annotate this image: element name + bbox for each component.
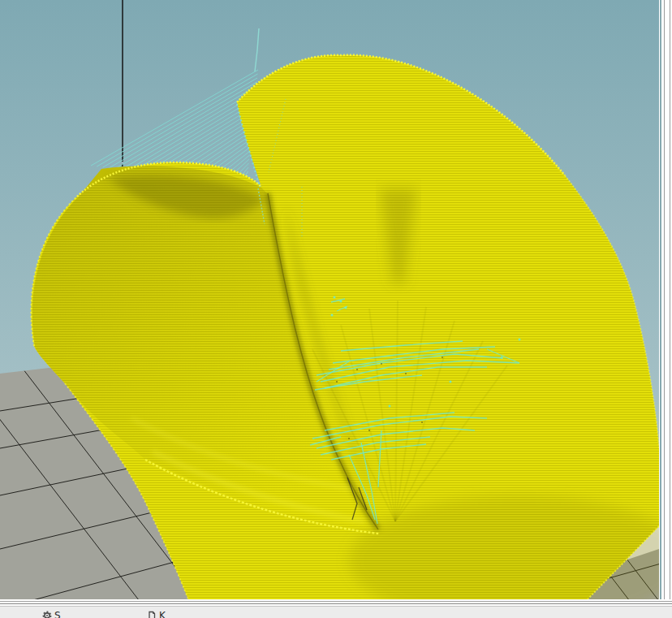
window-right-margin bbox=[659, 0, 672, 606]
statusbar-button-2[interactable]: K bbox=[147, 611, 166, 618]
app-window: S K bbox=[0, 0, 672, 618]
margin-hairline-2 bbox=[670, 0, 670, 606]
statusbar-button-2-label: K bbox=[159, 611, 166, 618]
scene-canvas[interactable] bbox=[0, 0, 659, 599]
groove-line-2 bbox=[0, 603, 672, 604]
statusbar-button-1-label: S bbox=[54, 611, 61, 618]
gear-icon bbox=[42, 611, 52, 618]
preview-viewport[interactable] bbox=[0, 0, 660, 599]
viewport-border-line bbox=[660, 0, 661, 606]
groove-line-1 bbox=[0, 601, 672, 602]
margin-hairline-1 bbox=[664, 0, 665, 606]
statusbar-button-1[interactable]: S bbox=[42, 611, 61, 618]
page-icon bbox=[147, 611, 157, 618]
window-bottom-groove bbox=[0, 599, 672, 606]
statusbar: S K bbox=[0, 606, 672, 618]
